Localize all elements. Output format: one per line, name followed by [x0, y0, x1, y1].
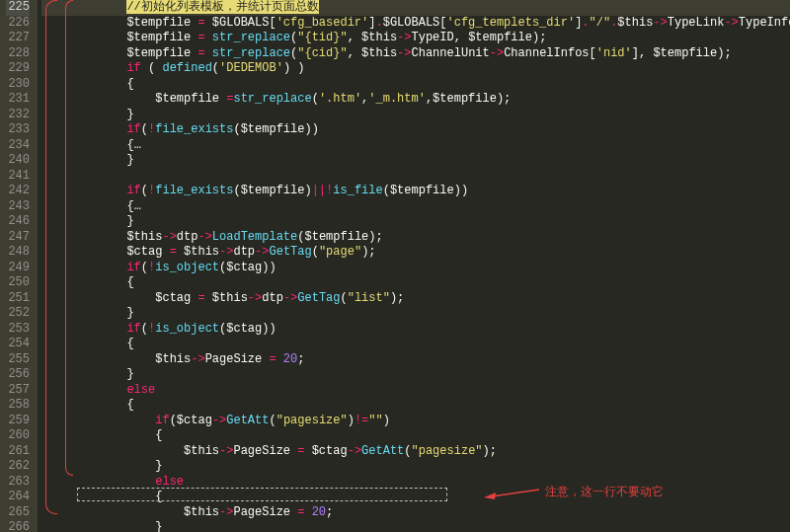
line-number: 261	[6, 444, 30, 460]
code-line[interactable]: }	[41, 520, 790, 532]
line-number: 225	[6, 0, 30, 16]
bracket-outline-inner	[65, 0, 73, 476]
code-line[interactable]: }	[41, 459, 790, 475]
line-number: 260	[6, 428, 30, 444]
code-line[interactable]: $this->PageSize = 20;	[41, 352, 790, 368]
line-number: 255	[6, 352, 30, 368]
arrow-left-icon	[484, 486, 539, 499]
svg-line-0	[492, 490, 539, 496]
code-line[interactable]: //初始化列表模板，并统计页面总数	[41, 0, 790, 16]
line-number: 234	[6, 138, 30, 154]
line-number: 259	[6, 414, 30, 429]
line-number: 248	[6, 245, 30, 261]
line-number: 251	[6, 291, 30, 307]
code-line[interactable]: $ctag = $this->dtp->GetTag("page");	[41, 245, 790, 261]
line-number: 228	[6, 46, 30, 62]
code-line[interactable]: }	[41, 367, 790, 383]
line-number: 233	[6, 122, 30, 138]
code-line[interactable]: {	[41, 337, 790, 352]
line-number: 249	[6, 261, 30, 276]
code-editor[interactable]: 2252262272282292302312322332342402412422…	[0, 0, 790, 532]
line-number: 258	[6, 398, 30, 414]
code-line[interactable]: $tempfile =str_replace('.htm','_m.htm',$…	[41, 92, 790, 108]
line-number: 256	[6, 367, 30, 383]
code-line[interactable]: {…	[41, 138, 790, 154]
code-line[interactable]: $ctag = $this->dtp->GetTag("list");	[41, 291, 790, 307]
line-number: 265	[6, 505, 30, 521]
code-line[interactable]: }	[41, 108, 790, 123]
line-number: 247	[6, 230, 30, 246]
line-number: 252	[6, 306, 30, 322]
code-line[interactable]: $tempfile = $GLOBALS['cfg_basedir'].$GLO…	[41, 16, 790, 32]
code-line[interactable]: if($ctag->GetAtt("pagesize")!="")	[41, 414, 790, 429]
annotation-note: 注意，这一行不要动它	[484, 484, 664, 501]
line-number: 227	[6, 31, 30, 46]
line-number: 263	[6, 475, 30, 491]
line-number: 242	[6, 184, 30, 199]
code-line[interactable]	[41, 169, 790, 185]
code-line[interactable]: $this->PageSize = 20;	[41, 505, 790, 521]
line-number: 254	[6, 337, 30, 352]
line-number: 229	[6, 61, 30, 77]
code-line[interactable]: $tempfile = str_replace("{tid}", $this->…	[41, 31, 790, 46]
code-line[interactable]: if(!file_exists($tempfile)||!is_file($te…	[41, 184, 790, 199]
code-line[interactable]: {	[41, 398, 790, 414]
line-number: 241	[6, 169, 30, 185]
bracket-outline-outer	[45, 0, 57, 514]
code-line[interactable]: if(!is_object($ctag))	[41, 322, 790, 338]
code-area[interactable]: //初始化列表模板，并统计页面总数 $tempfile = $GLOBALS['…	[38, 0, 790, 532]
svg-marker-1	[484, 493, 496, 499]
line-number: 232	[6, 108, 30, 123]
code-line[interactable]: else	[41, 383, 790, 399]
code-line[interactable]: {	[41, 275, 790, 291]
line-number: 226	[6, 16, 30, 32]
selection-box	[77, 488, 447, 501]
line-number: 266	[6, 520, 30, 532]
code-line[interactable]: if ( defined('DEDEMOB') )	[41, 61, 790, 77]
code-line[interactable]: $this->PageSize = $ctag->GetAtt("pagesiz…	[41, 444, 790, 460]
line-number: 257	[6, 383, 30, 399]
code-line[interactable]: $this->dtp->LoadTemplate($tempfile);	[41, 230, 790, 246]
line-number-gutter: 2252262272282292302312322332342402412422…	[0, 0, 38, 532]
line-number: 231	[6, 92, 30, 108]
code-line[interactable]: if(!file_exists($tempfile))	[41, 122, 790, 138]
code-line[interactable]: {	[41, 77, 790, 93]
line-number: 253	[6, 322, 30, 338]
code-line[interactable]: if(!is_object($ctag))	[41, 261, 790, 276]
line-number: 240	[6, 153, 30, 169]
line-number: 262	[6, 459, 30, 475]
line-number: 230	[6, 77, 30, 93]
line-number: 243	[6, 199, 30, 215]
code-line[interactable]: }	[41, 153, 790, 169]
line-number: 246	[6, 214, 30, 230]
code-line[interactable]: {…	[41, 199, 790, 215]
code-line[interactable]: }	[41, 306, 790, 322]
code-line[interactable]: $tempfile = str_replace("{cid}", $this->…	[41, 46, 790, 62]
line-number: 264	[6, 490, 30, 505]
code-line[interactable]: }	[41, 214, 790, 230]
line-number: 250	[6, 275, 30, 291]
code-line[interactable]: {	[41, 428, 790, 444]
annotation-text: 注意，这一行不要动它	[545, 484, 664, 501]
